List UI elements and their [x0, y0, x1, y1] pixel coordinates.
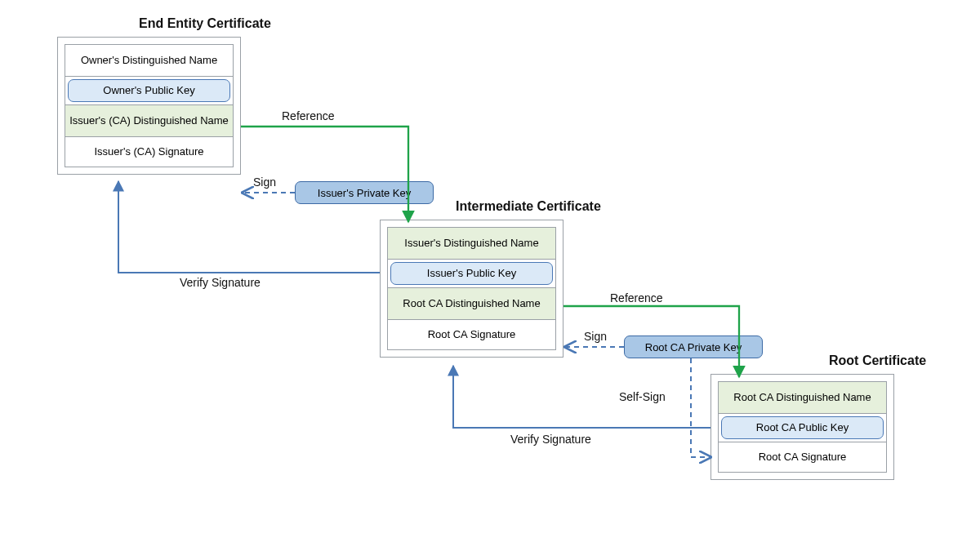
intermediate-certificate: Issuer's Distinguished Name Issuer's Pub…	[380, 220, 564, 358]
root-key-wrap: Root CA Public Key	[718, 413, 887, 442]
end-owner-key-wrap: Owner's Public Key	[65, 76, 234, 105]
end-issuer-dn: Issuer's (CA) Distinguished Name	[65, 104, 234, 137]
end-issuer-signature: Issuer's (CA) Signature	[65, 136, 234, 167]
int-root-signature: Root CA Signature	[387, 319, 556, 350]
title-intermediate: Intermediate Certificate	[456, 199, 601, 214]
label-reference-1: Reference	[282, 109, 335, 122]
label-sign-2: Sign	[584, 330, 607, 343]
label-verify-2: Verify Signature	[510, 433, 591, 446]
title-end-entity: End Entity Certificate	[139, 16, 271, 31]
root-signature: Root CA Signature	[718, 442, 887, 473]
end-owner-dn: Owner's Distinguished Name	[65, 44, 234, 77]
end-owner-public-key: Owner's Public Key	[68, 79, 230, 102]
root-dn: Root CA Distinguished Name	[718, 381, 887, 414]
root-certificate: Root CA Distinguished Name Root CA Publi…	[710, 374, 894, 480]
title-root: Root Certificate	[829, 353, 926, 368]
label-sign-1: Sign	[253, 176, 276, 189]
end-entity-certificate: Owner's Distinguished Name Owner's Publi…	[57, 37, 241, 175]
int-issuer-dn: Issuer's Distinguished Name	[387, 227, 556, 260]
root-private-key: Root CA Private Key	[624, 335, 763, 358]
int-issuer-public-key: Issuer's Public Key	[390, 262, 553, 285]
label-verify-1: Verify Signature	[180, 276, 261, 289]
root-public-key: Root CA Public Key	[721, 416, 884, 439]
issuer-private-key: Issuer's Private Key	[295, 181, 434, 204]
int-root-dn: Root CA Distinguished Name	[387, 287, 556, 320]
label-selfsign: Self-Sign	[619, 390, 666, 403]
int-issuer-key-wrap: Issuer's Public Key	[387, 259, 556, 288]
label-reference-2: Reference	[610, 291, 663, 304]
